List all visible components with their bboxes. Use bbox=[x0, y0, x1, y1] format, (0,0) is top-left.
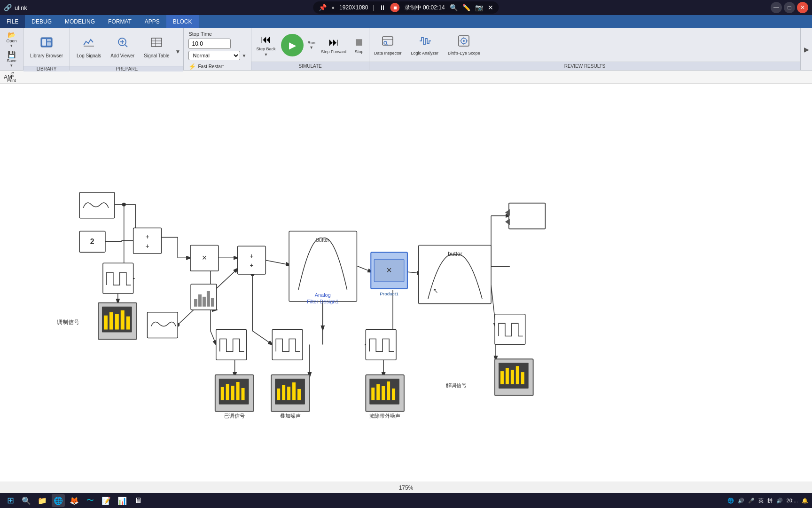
svg-line-8 bbox=[125, 45, 127, 47]
menu-item-block[interactable]: BLOCK bbox=[166, 15, 199, 28]
signal-table-btn[interactable]: Signal Table bbox=[140, 30, 173, 64]
sine-block bbox=[79, 192, 115, 218]
taskbar-right: 🌐 🔊 🎤 英 拼 🔊 20:... 🔔 bbox=[727, 497, 808, 504]
svg-rect-107 bbox=[215, 375, 254, 412]
taskbar-word[interactable]: 📝 bbox=[100, 494, 113, 507]
step-back-icon: ⏮ bbox=[261, 33, 271, 46]
svg-rect-116 bbox=[275, 379, 305, 405]
logic-analyzer-btn[interactable]: Logic Analyzer bbox=[409, 32, 440, 58]
library-section-label: LIBRARY bbox=[23, 66, 70, 71]
stop-time-label: Stop Time bbox=[188, 31, 246, 37]
taskbar-excel[interactable]: 📊 bbox=[116, 494, 129, 507]
svg-point-45 bbox=[250, 272, 254, 276]
toolbar-expand-btn[interactable]: ▶ bbox=[804, 46, 809, 53]
save-btn[interactable]: 💾 Save ▾ bbox=[1, 50, 22, 69]
minimize-button[interactable]: — bbox=[771, 2, 782, 13]
svg-rect-108 bbox=[219, 379, 249, 405]
svg-line-51 bbox=[407, 272, 421, 273]
svg-rect-2 bbox=[47, 39, 51, 41]
library-browser-label: Library Browser bbox=[30, 53, 63, 59]
svg-rect-136 bbox=[516, 366, 519, 384]
taskbar-explorer[interactable]: 📁 bbox=[36, 494, 49, 507]
svg-rect-119 bbox=[287, 387, 290, 400]
mode-select[interactable]: Normal Accelerator Rapid Accelerator bbox=[188, 51, 240, 60]
title-bar: 🔗 ulink 📌 ● 1920X1080 | ⏸ ⏹ 录制中 00:02:14… bbox=[0, 0, 812, 15]
taskbar-firefox[interactable]: 🦊 bbox=[68, 494, 81, 507]
add-viewer-btn[interactable]: Add Viewer bbox=[107, 30, 138, 64]
step-forward-icon: ⏭ bbox=[328, 36, 339, 48]
svg-rect-95 bbox=[374, 259, 404, 282]
svg-rect-128 bbox=[387, 381, 390, 400]
taskbar-time: 20:... bbox=[787, 498, 798, 503]
svg-rect-112 bbox=[236, 382, 240, 400]
svg-rect-115 bbox=[271, 375, 310, 412]
svg-text:解调信号: 解调信号 bbox=[446, 382, 467, 388]
menu-item-file[interactable]: FILE bbox=[0, 15, 25, 28]
close-record-btn[interactable]: ✕ bbox=[488, 4, 493, 11]
stop-time-input[interactable] bbox=[188, 39, 231, 49]
data-inspector-btn[interactable]: Data Inspector bbox=[372, 32, 404, 58]
canvas-area[interactable]: 2 + + 调制信号 × + + bbox=[0, 84, 812, 482]
fast-restart-label: Fast Restart bbox=[198, 64, 223, 69]
run-label[interactable]: Run ▼ bbox=[307, 40, 315, 50]
svg-text:叠加噪声: 叠加噪声 bbox=[280, 413, 301, 419]
signal-table-label: Signal Table bbox=[144, 53, 169, 59]
taskbar-browser[interactable]: 🌐 bbox=[52, 494, 65, 507]
breadcrumb-bar: AM bbox=[0, 71, 812, 84]
zoom-label: 175% bbox=[399, 484, 414, 491]
svg-rect-113 bbox=[242, 388, 245, 400]
taskbar-wave[interactable]: 〜 bbox=[84, 494, 97, 507]
step-back-btn[interactable]: ⏮ Step Back ▼ bbox=[254, 32, 277, 59]
pause-btn[interactable]: ⏸ bbox=[379, 4, 386, 11]
camera-icon[interactable]: 📷 bbox=[475, 4, 483, 11]
taskbar-start[interactable]: ⊞ bbox=[4, 494, 17, 507]
add-viewer-label: Add Viewer bbox=[110, 53, 134, 59]
edit-icon[interactable]: ✏️ bbox=[462, 4, 470, 11]
mode-dropdown-arrow[interactable]: ▼ bbox=[242, 53, 246, 58]
svg-rect-121 bbox=[297, 389, 301, 400]
simulate-section: ⏮ Step Back ▼ ▶ Run ▼ ⏭ Step Forward ⏹ S… bbox=[251, 28, 369, 70]
svg-rect-74 bbox=[115, 314, 119, 330]
svg-rect-84 bbox=[207, 291, 210, 307]
svg-point-19 bbox=[463, 40, 465, 42]
svg-rect-69 bbox=[103, 263, 133, 294]
review-section-label: REVIEW RESULTS bbox=[369, 62, 800, 70]
search-icon[interactable]: 🔍 bbox=[450, 4, 458, 11]
svg-rect-85 bbox=[211, 298, 214, 307]
open-btn[interactable]: 📂 Open ▾ bbox=[1, 30, 22, 49]
svg-rect-129 bbox=[392, 389, 395, 400]
svg-rect-80 bbox=[191, 284, 217, 310]
svg-text:butter: butter bbox=[316, 237, 329, 243]
breadcrumb: AM bbox=[4, 74, 12, 80]
taskbar-screen[interactable]: 🖥 bbox=[132, 494, 145, 507]
menu-item-format[interactable]: FORMAT bbox=[102, 15, 138, 28]
svg-rect-109 bbox=[221, 387, 224, 400]
svg-rect-94 bbox=[371, 252, 407, 289]
svg-rect-1 bbox=[42, 39, 46, 46]
taskbar-search[interactable]: 🔍 bbox=[20, 494, 33, 507]
app-icon: 🔗 bbox=[4, 4, 12, 11]
birds-eye-btn[interactable]: Bird's-Eye Scope bbox=[446, 32, 482, 58]
svg-text:+: + bbox=[145, 233, 149, 240]
stop-btn[interactable]: ⏹ Stop bbox=[352, 34, 366, 56]
menu-item-apps[interactable]: APPS bbox=[138, 15, 166, 28]
library-browser-btn[interactable]: Library Browser bbox=[26, 30, 67, 64]
svg-rect-132 bbox=[499, 363, 529, 389]
svg-line-43 bbox=[265, 260, 290, 265]
fast-restart-row: ⚡ Fast Restart bbox=[188, 63, 246, 70]
svg-rect-87 bbox=[238, 246, 266, 274]
step-forward-btn[interactable]: ⏭ Step Forward bbox=[319, 34, 348, 56]
run-btn[interactable]: ▶ bbox=[281, 34, 304, 56]
log-signals-btn[interactable]: Log Signals bbox=[73, 30, 105, 64]
prepare-expand-btn[interactable]: ▼ bbox=[175, 48, 181, 55]
maximize-button[interactable]: □ bbox=[784, 2, 795, 13]
svg-rect-134 bbox=[506, 368, 509, 384]
menu-item-modeling[interactable]: MODELING bbox=[58, 15, 102, 28]
stop-record-btn[interactable]: ⏹ bbox=[390, 3, 400, 12]
svg-rect-131 bbox=[495, 359, 533, 396]
library-section: Library Browser LIBRARY bbox=[23, 28, 70, 70]
taskbar-notification-icon[interactable]: 🔔 bbox=[802, 498, 808, 504]
menu-item-debug[interactable]: DEBUG bbox=[25, 15, 58, 28]
svg-text:×: × bbox=[202, 253, 207, 262]
close-button[interactable]: ✕ bbox=[797, 2, 808, 13]
